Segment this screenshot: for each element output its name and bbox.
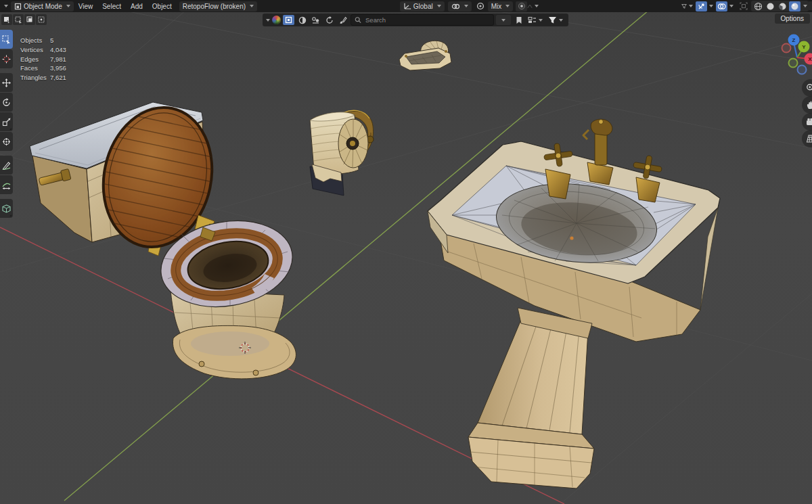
chevron-down-icon[interactable]	[729, 5, 734, 7]
falloff-dot-button[interactable]	[516, 1, 527, 12]
show-gizmo-icon	[698, 2, 706, 10]
rotate-view-button[interactable]	[323, 15, 335, 25]
toilet-object[interactable]	[30, 97, 299, 379]
camera-view-icon	[806, 118, 812, 127]
search-field[interactable]	[351, 14, 494, 26]
search-icon	[355, 16, 361, 24]
stat-label: Objects	[20, 36, 50, 45]
shading-rendered-button[interactable]	[789, 1, 800, 12]
chevron-down-icon	[539, 19, 543, 22]
chevron-down-icon	[505, 5, 510, 7]
stat-value: 3,956	[50, 64, 66, 73]
stat-value: 5	[50, 36, 53, 45]
pan-hand-icon	[806, 100, 812, 110]
sink-drain	[570, 236, 573, 239]
chevron-down-icon	[689, 5, 693, 7]
toilet-paper-holder-object[interactable]	[310, 110, 374, 196]
perspective-grid-icon	[806, 134, 812, 143]
shading-solid-button[interactable]	[765, 1, 776, 12]
texture-button[interactable]	[283, 15, 294, 25]
show-overlays-icon	[717, 3, 726, 10]
stat-value: 7,621	[50, 73, 66, 83]
contrast-icon	[298, 16, 307, 24]
presets-dropdown[interactable]	[526, 15, 544, 25]
tool-measure[interactable]	[0, 175, 13, 194]
options-button[interactable]: Options	[775, 14, 810, 24]
texture-icon	[285, 16, 292, 24]
tool-select-box[interactable]	[0, 30, 13, 49]
tool-move[interactable]	[0, 73, 13, 92]
scene-statistics: Objects5 Vertices4,043 Edges7,981 Faces3…	[20, 36, 66, 83]
select-mode-intersect-button[interactable]	[36, 14, 47, 25]
chevron-down-icon	[501, 19, 505, 22]
mode-selector-label: Object Mode	[24, 3, 62, 10]
tool-scale[interactable]	[0, 112, 13, 131]
tool-rotate[interactable]	[0, 93, 13, 112]
viewport-header: Object Mode View Select Add Object Retop…	[0, 0, 812, 12]
xray-toggle[interactable]	[738, 1, 749, 12]
toolbar-left	[0, 30, 13, 219]
menu-add[interactable]: Add	[126, 3, 148, 10]
chevron-down-icon[interactable]	[803, 5, 807, 7]
select-mode-group	[1, 14, 47, 25]
falloff-curve-button[interactable]	[527, 1, 539, 12]
falloff-label: Mix	[491, 3, 502, 10]
select-mode-subtract-button[interactable]	[24, 14, 35, 25]
pedestal-sink-object[interactable]	[428, 119, 720, 488]
filter-funnel-icon	[548, 16, 557, 24]
select-mode-new-button[interactable]	[1, 14, 12, 25]
menu-view[interactable]: View	[74, 3, 98, 10]
shading-mode-group	[751, 1, 809, 12]
snap-magnet-icon	[451, 3, 460, 10]
next-editor-partial-icon	[808, 1, 812, 10]
tool-add-cube[interactable]	[0, 199, 13, 218]
mask-icon	[311, 16, 320, 24]
stat-label: Vertices	[20, 45, 50, 55]
viewport-3d[interactable]	[0, 0, 812, 504]
gizmo-axis-negy[interactable]	[789, 59, 798, 68]
falloff-curve-icon	[527, 3, 533, 10]
snapping-dropdown[interactable]	[448, 1, 472, 12]
chevron-down-icon[interactable]	[709, 5, 713, 7]
shading-wireframe-button[interactable]	[752, 1, 764, 12]
shading-material-button[interactable]	[777, 1, 788, 12]
object-visibility-filter-icon	[681, 3, 687, 10]
contrast-button[interactable]	[296, 15, 308, 25]
bookmark-button[interactable]	[513, 15, 524, 25]
filter-dropdown[interactable]	[546, 15, 565, 25]
brush-icon	[339, 16, 347, 24]
chevron-down-icon	[437, 5, 441, 7]
matcap-sphere-icon[interactable]	[272, 16, 281, 24]
brush-button[interactable]	[337, 15, 348, 25]
object-type-visibility-dropdown[interactable]	[681, 1, 693, 12]
gizmo-axis-negx[interactable]	[782, 44, 791, 53]
tool-transform[interactable]	[0, 132, 13, 151]
gizmo-axis-negz[interactable]	[798, 66, 807, 74]
stat-value: 7,981	[50, 55, 66, 64]
tool-cursor[interactable]	[0, 49, 13, 68]
soap-dish-object[interactable]	[399, 41, 451, 70]
show-overlays-toggle[interactable]	[716, 1, 727, 12]
transform-orientation-dropdown[interactable]: Global	[400, 1, 445, 12]
select-mode-extend-button[interactable]	[13, 14, 24, 25]
tool-annotate[interactable]	[0, 156, 13, 175]
falloff-dropdown[interactable]: Mix	[488, 1, 514, 12]
collapse-panel-button[interactable]	[496, 15, 511, 25]
proportional-edit-toggle[interactable]	[475, 1, 487, 12]
navigation-gizmo[interactable]: Z Y X	[771, 31, 812, 76]
mask-button[interactable]	[310, 15, 321, 25]
menu-select[interactable]: Select	[97, 3, 126, 10]
orientation-icon	[403, 3, 411, 10]
addon-menu-dropdown[interactable]: RetopoFlow (broken)	[179, 1, 257, 12]
search-input[interactable]	[364, 16, 490, 24]
collapse-chevron-icon[interactable]	[266, 19, 270, 22]
addon-menu-label: RetopoFlow (broken)	[183, 3, 246, 10]
show-gizmo-toggle[interactable]	[696, 1, 707, 12]
menu-object[interactable]: Object	[148, 3, 177, 10]
chevron-down-icon	[250, 5, 254, 7]
editor-collapse-chevron-icon[interactable]	[4, 5, 8, 7]
chevron-down-icon	[66, 5, 70, 7]
stat-label: Triangles	[20, 73, 50, 83]
mode-selector-dropdown[interactable]: Object Mode	[11, 1, 74, 12]
floor-grid	[0, 0, 812, 504]
